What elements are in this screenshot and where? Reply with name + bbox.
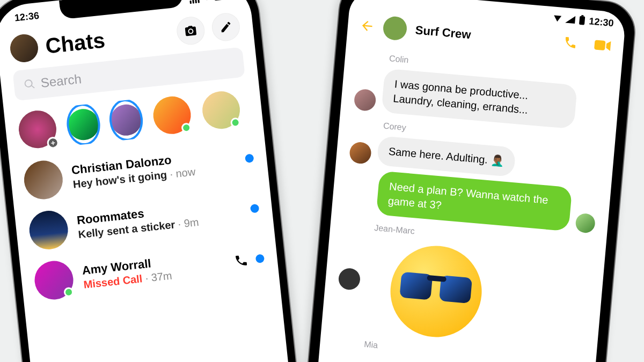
pixel-screen: 12:30 Surf Crew Colin I was gonna be pro… <box>305 0 626 362</box>
phone-icon[interactable] <box>233 253 249 269</box>
iphone-screen: 12:36 Chats Search <box>0 0 302 362</box>
story-item[interactable] <box>151 93 193 137</box>
message-bubble: Need a plan B? Wanna watch the game at 3… <box>376 171 573 231</box>
sender-avatar <box>575 213 596 234</box>
online-dot-icon <box>63 287 74 298</box>
unread-dot-icon <box>245 153 254 163</box>
wifi-icon <box>201 0 212 2</box>
sender-avatar <box>349 141 372 164</box>
battery-icon <box>579 16 585 25</box>
camera-button[interactable] <box>175 16 206 46</box>
user-avatar[interactable] <box>9 33 39 63</box>
chat-item[interactable]: Christian Dalonzo Hey how's it going · n… <box>22 139 255 202</box>
pixel-frame: 12:30 Surf Crew Colin I was gonna be pro… <box>293 0 638 362</box>
online-dot-icon <box>230 117 241 128</box>
sunglasses-sticker <box>386 242 485 341</box>
chat-item[interactable]: Amy Worrall Missed Call · 37m <box>33 239 266 302</box>
back-button[interactable] <box>359 18 375 34</box>
status-time: 12:36 <box>14 10 40 24</box>
unread-dot-icon <box>250 204 260 213</box>
story-avatar <box>67 107 101 142</box>
phone-icon <box>563 35 578 50</box>
chat-avatar <box>27 209 70 251</box>
online-dot-icon <box>181 122 192 133</box>
story-item[interactable] <box>200 88 241 132</box>
story-item[interactable] <box>66 103 101 146</box>
sender-avatar <box>338 268 361 291</box>
story-avatar <box>250 87 251 125</box>
video-icon <box>593 38 612 53</box>
video-call-button[interactable] <box>592 38 612 55</box>
page-title: Chats <box>44 21 170 58</box>
compose-icon <box>219 20 233 34</box>
message-row[interactable] <box>334 235 592 350</box>
message-bubble: I was gonna be productive... Laundry, cl… <box>381 69 577 129</box>
search-placeholder: Search <box>40 71 83 91</box>
chat-avatar <box>33 259 75 301</box>
story-avatar <box>109 103 143 137</box>
message-thread[interactable]: Colin I was gonna be productive... Laund… <box>319 43 621 362</box>
iphone-frame: 12:36 Chats Search <box>0 0 312 362</box>
dropdown-icon <box>553 15 561 21</box>
svg-rect-0 <box>594 40 605 50</box>
plus-icon: + <box>47 136 60 149</box>
compose-button[interactable] <box>210 12 241 42</box>
camera-icon <box>184 24 197 38</box>
message-bubble: Same here. Adulting. 🤦🏾‍♂️ <box>377 136 516 177</box>
your-story[interactable]: + <box>17 108 58 151</box>
chat-list: Christian Dalonzo Hey how's it going · n… <box>22 139 266 302</box>
group-avatar[interactable] <box>382 16 408 41</box>
battery-icon <box>214 0 229 1</box>
story-item[interactable] <box>250 87 251 127</box>
signal-icon <box>189 0 199 4</box>
status-time: 12:30 <box>589 16 614 29</box>
chat-item[interactable]: Roommates Kelly sent a sticker · 9m <box>27 189 261 252</box>
chat-avatar <box>22 159 64 201</box>
conversation-title[interactable]: Surf Crew <box>415 23 555 49</box>
search-icon <box>23 78 36 91</box>
unread-dot-icon <box>255 254 265 263</box>
sender-avatar <box>354 88 377 112</box>
story-item[interactable] <box>108 99 143 142</box>
signal-icon <box>565 16 575 24</box>
voice-call-button[interactable] <box>563 35 579 52</box>
